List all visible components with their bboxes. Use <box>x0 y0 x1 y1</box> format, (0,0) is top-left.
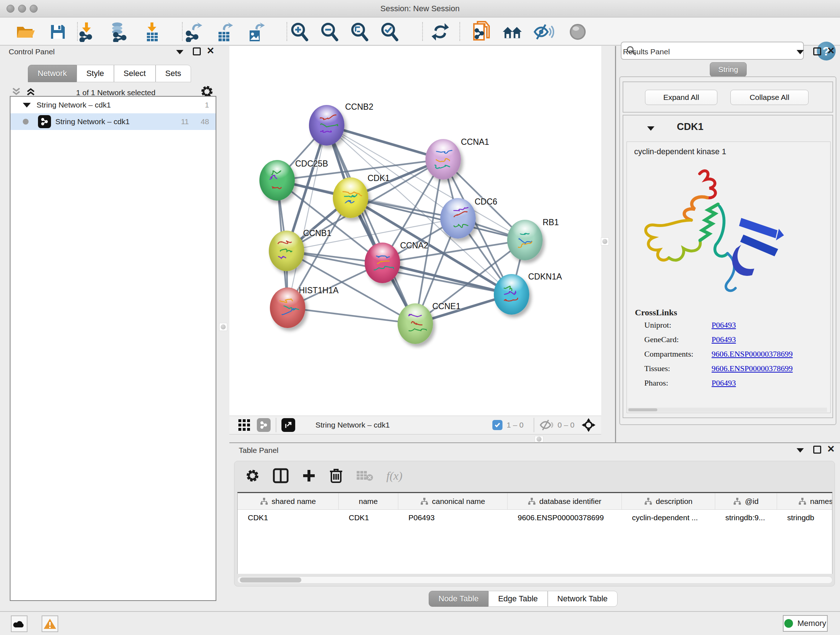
network-node-RB1[interactable] <box>507 220 543 260</box>
apply-layout-button[interactable] <box>430 21 451 42</box>
zoom-out-button[interactable] <box>319 21 340 42</box>
right-splitter-handle[interactable] <box>601 238 609 245</box>
left-splitter-handle[interactable] <box>219 323 227 331</box>
tab-network[interactable]: Network <box>28 65 77 82</box>
zoom-fit-button[interactable] <box>349 21 370 42</box>
results-panel-close-icon[interactable]: ✕ <box>827 47 835 55</box>
column-header-description[interactable]: description <box>622 493 715 509</box>
crosslink-row: Uniprot:P06493 <box>644 320 830 330</box>
tab-network-table[interactable]: Network Table <box>548 591 617 607</box>
export-image-icon <box>247 22 265 42</box>
network-node-CDC6[interactable] <box>440 198 476 239</box>
open-in-window-icon[interactable] <box>281 418 295 432</box>
column-header-database-identifier[interactable]: database identifier <box>508 493 622 509</box>
import-network-database-button[interactable] <box>109 21 129 42</box>
tab-node-table[interactable]: Node Table <box>429 591 488 607</box>
cdk1-collapse-icon[interactable] <box>647 126 654 131</box>
network-node-CDK1[interactable] <box>333 177 368 218</box>
crosslink-link[interactable]: P06493 <box>712 320 736 330</box>
function-builder-button[interactable]: f(x) <box>386 469 402 483</box>
tab-edge-table[interactable]: Edge Table <box>488 591 548 607</box>
table-panel-menu-icon[interactable] <box>797 448 804 453</box>
cloud-status-button[interactable] <box>11 616 27 632</box>
collapse-all-button[interactable]: Collapse All <box>730 90 808 105</box>
zoom-in-button[interactable] <box>289 21 310 42</box>
column-header-canonical-name[interactable]: canonical name <box>398 493 508 509</box>
tab-style[interactable]: Style <box>77 65 114 82</box>
show-columns-icon[interactable] <box>273 468 289 483</box>
network-node-CDKN1A[interactable] <box>494 274 529 315</box>
import-table-file-button[interactable] <box>141 21 163 42</box>
memory-button[interactable]: Memory <box>783 615 828 632</box>
export-table-button[interactable] <box>215 21 235 42</box>
network-node-CCNE1[interactable] <box>398 303 433 344</box>
protein-structure-thumbnail <box>431 146 455 172</box>
table-settings-gear-icon[interactable] <box>245 469 260 483</box>
results-panel-float-icon[interactable] <box>813 48 821 55</box>
control-panel-title: Control Panel <box>9 48 55 56</box>
crosslink-link[interactable]: 9606.ENSP00000378699 <box>712 364 793 373</box>
column-header-shared-name[interactable]: shared name <box>238 493 339 509</box>
collection-collapse-icon[interactable] <box>23 103 31 108</box>
import-network-file-button[interactable] <box>76 21 97 42</box>
results-panel-divider[interactable] <box>615 46 616 443</box>
table-panel-close-icon[interactable]: ✕ <box>827 445 835 453</box>
table-cell: stringdb <box>777 510 832 526</box>
center-view-crosshair-icon[interactable] <box>581 417 596 432</box>
cdk1-detail-hscrollbar[interactable] <box>628 408 827 412</box>
control-panel-close-icon[interactable]: ✕ <box>207 47 215 55</box>
crosslinks-title: CrossLinks <box>627 306 830 318</box>
network-overview-grid-icon[interactable] <box>237 418 251 432</box>
crosslink-link[interactable]: P06493 <box>712 378 736 388</box>
crosslink-label: GeneCard: <box>644 335 712 344</box>
table-row[interactable]: CDK1CDK1P064939606.ENSP00000378699cyclin… <box>238 510 832 526</box>
hide-glass-button[interactable] <box>533 21 554 42</box>
string-view-icon[interactable] <box>257 418 271 432</box>
table-hscrollbar[interactable] <box>237 576 832 584</box>
column-header-name[interactable]: name <box>339 493 398 509</box>
delete-table-icon[interactable] <box>356 470 373 482</box>
results-panel-menu-icon[interactable] <box>797 50 804 54</box>
selected-checkbox-icon[interactable] <box>493 420 502 430</box>
network-collection-row[interactable]: String Network – cdk1 1 <box>11 97 216 113</box>
node-table: shared namenamecanonical namedatabase id… <box>237 492 832 574</box>
warnings-button[interactable] <box>42 616 58 632</box>
table-panel-float-icon[interactable] <box>813 446 821 454</box>
collection-name: String Network – cdk1 <box>36 101 111 109</box>
crosslink-link[interactable]: P06493 <box>712 335 736 344</box>
export-image-button[interactable] <box>246 21 267 42</box>
add-column-plus-icon[interactable] <box>302 469 316 483</box>
open-session-button[interactable] <box>15 21 36 42</box>
save-session-button[interactable] <box>47 21 68 42</box>
crosslink-row: Pharos:P06493 <box>644 378 830 388</box>
column-header-label: namespace <box>810 497 832 506</box>
control-panel-float-icon[interactable] <box>193 48 201 55</box>
export-network-button[interactable] <box>183 21 204 42</box>
memory-status-dot <box>784 619 793 628</box>
column-header--id[interactable]: @id <box>715 493 777 509</box>
table-cell: CDK1 <box>339 510 398 526</box>
refresh-icon <box>430 22 450 42</box>
bottom-splitter-handle[interactable] <box>535 436 543 442</box>
column-header-namespace[interactable]: namespace <box>777 493 832 509</box>
network-node-CCNB1[interactable] <box>269 231 304 271</box>
expand-all-button[interactable]: Expand All <box>645 90 717 105</box>
network-node-CCNA2[interactable] <box>365 242 400 283</box>
string-home-button[interactable] <box>502 21 523 42</box>
network-canvas[interactable]: CCNB2CCNA1CDC25BCDK1CDC6RB1CCNB1CCNA2CDK… <box>229 46 601 416</box>
control-panel-menu-icon[interactable] <box>176 50 183 54</box>
tab-string[interactable]: String <box>710 62 747 77</box>
network-node-CCNA1[interactable] <box>425 139 461 180</box>
tab-sets[interactable]: Sets <box>156 65 191 82</box>
show-glass-button[interactable] <box>567 21 588 42</box>
tab-select[interactable]: Select <box>114 65 156 82</box>
string-import-button[interactable] <box>471 21 492 42</box>
zoom-selected-button[interactable] <box>379 21 400 42</box>
crosslink-label: Pharos: <box>644 378 712 388</box>
network-node-CCNB2[interactable] <box>309 105 344 146</box>
delete-column-trash-icon[interactable] <box>329 468 343 484</box>
table-panel-divider[interactable] <box>229 442 840 443</box>
network-node-CDC25B[interactable] <box>259 160 295 201</box>
crosslink-link[interactable]: 9606.ENSP00000378699 <box>712 349 793 359</box>
network-row[interactable]: String Network – cdk1 11 48 <box>11 113 216 130</box>
